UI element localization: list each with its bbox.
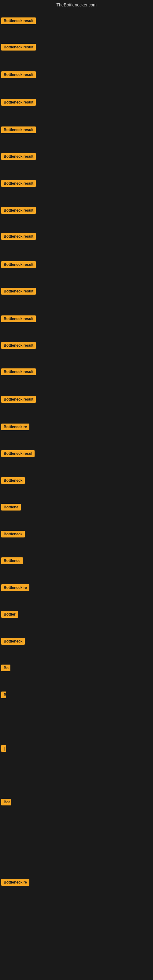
bottleneck-badge[interactable]: Bottleneck result xyxy=(1,368,36,375)
result-row: Bottleneck result xyxy=(1,72,36,79)
bottleneck-badge[interactable]: Bottleneck re xyxy=(1,584,29,591)
bottleneck-badge[interactable]: Bottleneck result xyxy=(1,153,36,160)
result-row: Bottleneck result xyxy=(1,368,36,376)
result-row: Bottleneck result xyxy=(1,153,36,161)
bottleneck-badge[interactable]: Bottleneck result xyxy=(1,315,36,322)
bottleneck-badge[interactable]: Bottleneck result xyxy=(1,342,36,349)
result-row: Bottleneck result xyxy=(1,315,36,323)
result-row: Bottler xyxy=(1,611,18,619)
bottleneck-badge[interactable]: | xyxy=(1,745,6,752)
result-row: Bottlenec xyxy=(1,557,23,565)
bottleneck-badge[interactable]: Bottleneck result xyxy=(1,44,36,51)
bottleneck-badge[interactable]: Bottleneck result xyxy=(1,180,36,187)
result-row: Bottleneck xyxy=(1,477,25,485)
result-row: Bottleneck result xyxy=(1,342,36,350)
bottleneck-badge[interactable]: B xyxy=(1,692,6,698)
result-row: Bottleneck re xyxy=(1,584,29,592)
result-row: Bottleneck result xyxy=(1,99,36,107)
bottleneck-badge[interactable]: Bottleneck resul xyxy=(1,450,35,457)
bottleneck-badge[interactable]: Bottlene xyxy=(1,504,21,511)
result-row: Bottleneck xyxy=(1,638,25,646)
result-row: Bottleneck result xyxy=(1,126,36,134)
bottleneck-badge[interactable]: Bottleneck result xyxy=(1,396,36,403)
bottleneck-badge[interactable]: Bottleneck re xyxy=(1,879,29,886)
bottleneck-badge[interactable]: Bottlenec xyxy=(1,557,23,564)
bottleneck-badge[interactable]: Bot xyxy=(1,799,11,805)
result-row: Bottleneck result xyxy=(1,233,36,241)
result-row: Bottleneck xyxy=(1,531,25,539)
result-row: Bottleneck result xyxy=(1,207,36,215)
bottleneck-badge[interactable]: Bottleneck result xyxy=(1,288,36,294)
result-row: Bottleneck result xyxy=(1,288,36,296)
result-row: Bottleneck re xyxy=(1,423,29,431)
bottleneck-badge[interactable]: Bottleneck result xyxy=(1,99,36,106)
result-row: Bot xyxy=(1,799,11,807)
result-row: Bottleneck resul xyxy=(1,450,35,458)
bottleneck-badge[interactable]: Bo xyxy=(1,665,10,671)
bottleneck-badge[interactable]: Bottleneck result xyxy=(1,233,36,240)
result-row: B xyxy=(1,692,6,700)
result-row: Bottleneck result xyxy=(1,44,36,52)
bottleneck-badge[interactable]: Bottleneck re xyxy=(1,423,29,430)
bottleneck-badge[interactable]: Bottleneck result xyxy=(1,126,36,133)
result-row: Bo xyxy=(1,665,10,673)
bottleneck-badge[interactable]: Bottleneck result xyxy=(1,207,36,214)
result-row: Bottleneck re xyxy=(1,879,29,887)
bottleneck-badge[interactable]: Bottleneck result xyxy=(1,72,36,78)
bottleneck-badge[interactable]: Bottleneck xyxy=(1,638,25,645)
result-row: Bottleneck result xyxy=(1,180,36,188)
bottleneck-badge[interactable]: Bottleneck xyxy=(1,531,25,538)
result-row: Bottlene xyxy=(1,504,21,512)
result-row: | xyxy=(1,745,6,753)
bottleneck-badge[interactable]: Bottler xyxy=(1,611,18,618)
result-row: Bottleneck result xyxy=(1,18,36,25)
site-title: TheBottlenecker.com xyxy=(0,2,153,7)
result-row: Bottleneck result xyxy=(1,396,36,404)
bottleneck-badge[interactable]: Bottleneck xyxy=(1,477,25,484)
bottleneck-badge[interactable]: Bottleneck result xyxy=(1,261,36,268)
bottleneck-badge[interactable]: Bottleneck result xyxy=(1,18,36,24)
result-row: Bottleneck result xyxy=(1,261,36,269)
